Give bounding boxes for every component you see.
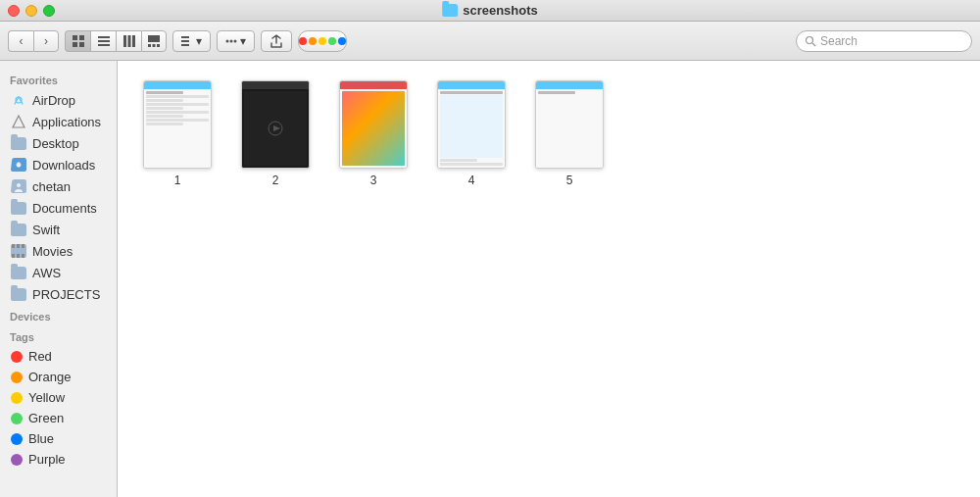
sidebar-item-tag-purple[interactable]: Purple [3,449,114,470]
cover-view-button[interactable] [141,30,167,52]
sidebar-item-aws[interactable]: AWS [3,262,114,283]
svg-rect-15 [181,40,189,42]
devices-label: Devices [0,305,117,325]
sidebar-item-tag-orange[interactable]: Orange [3,367,114,387]
svg-rect-27 [12,244,15,248]
sidebar-item-applications[interactable]: Applications [3,111,114,132]
svg-rect-16 [181,44,189,46]
purple-tag-label: Purple [28,452,66,467]
projects-icon [11,286,26,302]
green-tag-dot [11,413,23,424]
action-label: ▾ [240,34,246,48]
sidebar-item-chetan[interactable]: chetan [3,175,114,197]
file-item[interactable]: 5 [525,76,613,191]
documents-label: Documents [32,201,97,216]
arrange-button[interactable]: ▾ [172,30,211,52]
window-controls [0,5,55,17]
desktop-icon [11,135,26,151]
content-area: 1 2 [118,61,980,497]
file-label: 4 [468,174,475,187]
svg-rect-29 [22,244,24,248]
sidebar-item-desktop[interactable]: Desktop [3,132,114,154]
view-buttons [65,30,167,52]
search-placeholder: Search [820,34,858,48]
arrange-label: ▾ [196,34,202,48]
purple-tag-dot [11,454,23,466]
chetan-label: chetan [32,179,71,194]
file-item[interactable]: 2 [231,76,319,191]
movies-label: Movies [32,244,73,259]
sidebar-item-downloads[interactable]: Downloads [3,154,114,175]
svg-rect-6 [98,44,110,46]
list-view-button[interactable] [90,30,116,52]
red-tag-dot [11,351,23,363]
green-tag-label: Green [28,411,64,425]
file-label: 3 [370,174,377,187]
label-dots [299,37,346,45]
svg-rect-8 [127,35,130,47]
sidebar-item-tag-green[interactable]: Green [3,408,114,428]
sidebar-item-tag-red[interactable]: Red [3,346,114,367]
projects-label: PROJECTS [32,287,100,302]
svg-rect-28 [17,244,20,248]
sidebar-item-swift[interactable]: Swift [3,219,114,240]
orange-dot [309,37,317,45]
file-grid: 1 2 [133,76,964,191]
icon-view-button[interactable] [65,30,90,52]
documents-icon [11,200,26,216]
window-title: screenshots [442,3,538,18]
search-icon [805,35,816,47]
sidebar-item-movies[interactable]: Movies [3,240,114,262]
close-button[interactable] [8,5,20,17]
sidebar-item-documents[interactable]: Documents [3,197,114,219]
svg-point-17 [226,39,229,42]
movies-icon [11,243,26,259]
maximize-button[interactable] [43,5,55,17]
orange-tag-dot [11,372,23,383]
file-thumbnail [143,80,212,169]
file-thumbnail [339,80,408,169]
svg-rect-3 [79,42,84,47]
main-layout: Favorites AirDrop Applications Desktop [0,61,980,497]
svg-point-25 [17,183,21,187]
nav-group: ‹ › [8,30,59,52]
forward-button[interactable]: › [33,30,59,52]
applications-label: Applications [32,115,101,129]
favorites-label: Favorites [0,69,117,89]
sidebar-item-tag-yellow[interactable]: Yellow [3,387,114,408]
yellow-dot [318,37,326,45]
swift-label: Swift [32,223,60,237]
svg-rect-0 [73,35,77,40]
svg-rect-1 [79,35,84,40]
swift-icon [11,222,26,237]
file-item[interactable]: 4 [427,76,515,191]
svg-marker-34 [273,125,280,131]
share-button[interactable] [261,30,292,52]
label-button[interactable] [298,30,347,52]
sidebar-item-airdrop[interactable]: AirDrop [3,89,114,111]
red-tag-label: Red [28,349,52,364]
yellow-tag-label: Yellow [28,390,65,405]
svg-rect-7 [123,35,126,47]
column-view-button[interactable] [116,30,141,52]
svg-rect-9 [132,35,135,47]
green-dot [328,37,336,45]
svg-rect-12 [153,44,156,47]
svg-rect-31 [17,254,20,258]
file-item[interactable]: 1 [133,76,221,191]
file-item[interactable]: 3 [329,76,417,191]
minimize-button[interactable] [25,5,37,17]
toolbar: ‹ › ▾ ▾ [0,22,980,61]
svg-marker-23 [13,116,24,127]
search-box[interactable]: Search [796,30,972,52]
file-label: 2 [272,174,279,187]
svg-rect-14 [181,36,189,38]
back-button[interactable]: ‹ [8,30,33,52]
sidebar-item-projects[interactable]: PROJECTS [3,283,114,305]
svg-rect-10 [148,35,160,42]
sidebar-item-tag-blue[interactable]: Blue [3,428,114,449]
svg-rect-2 [73,42,77,47]
action-button[interactable]: ▾ [217,30,255,52]
svg-rect-4 [98,36,110,38]
svg-point-18 [230,39,233,42]
